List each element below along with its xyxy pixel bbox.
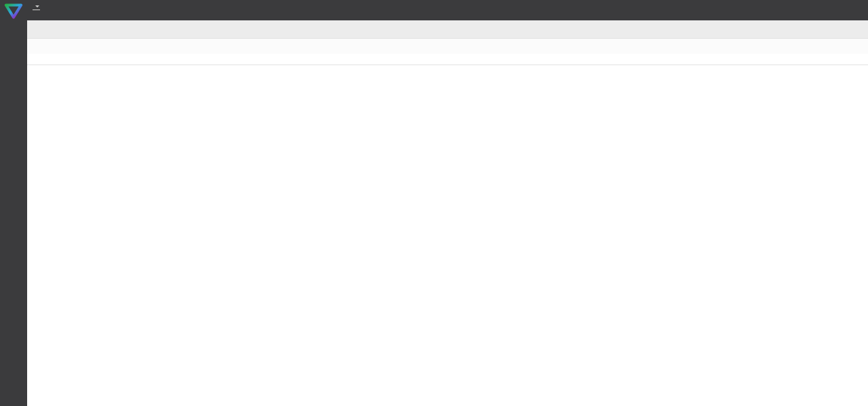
pager [33,11,40,20]
tabs-scroll-right-icon[interactable] [860,28,864,31]
tabs-nav [840,20,868,38]
sidebar [0,0,27,406]
app-logo-icon[interactable] [0,0,27,22]
topbar-actions [861,0,868,20]
topbar [27,0,868,20]
table-header [27,39,868,54]
sidebar-menu [0,22,27,27]
page-size-dropdown[interactable] [33,1,40,10]
tabs-strip [27,20,840,38]
app [0,0,868,406]
table-filter-row [27,54,868,65]
pagination [33,0,40,20]
table-body [27,65,868,406]
status-tabs [27,20,868,39]
orders-table [27,39,868,406]
pagination-label [33,1,40,10]
chevron-down-icon [35,5,39,10]
